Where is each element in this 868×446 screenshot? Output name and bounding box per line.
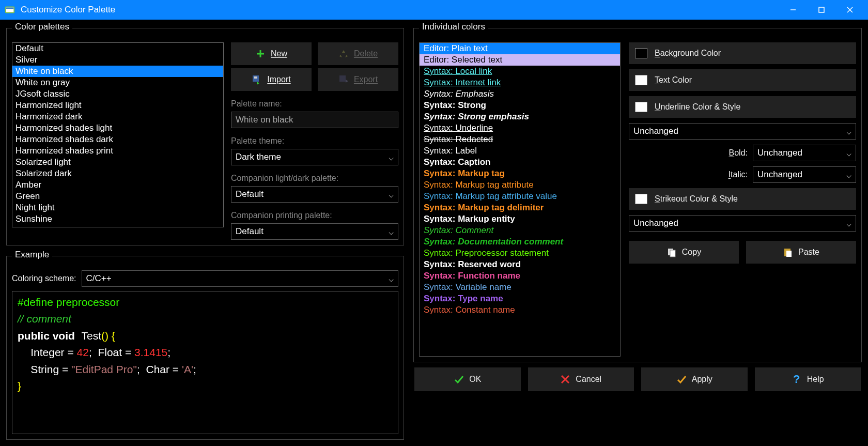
help-button[interactable]: ? Help — [755, 367, 861, 391]
palette-item[interactable]: Harmonized shades light — [12, 122, 223, 134]
palette-item[interactable]: Solarized dark — [12, 168, 223, 179]
color-item[interactable]: Syntax: Markup entity — [420, 213, 620, 225]
palette-item[interactable]: Harmonized shades print — [12, 145, 223, 157]
x-icon — [560, 374, 570, 385]
close-button[interactable] — [835, 0, 864, 20]
palette-name-input[interactable] — [231, 112, 398, 128]
underline-label: Underline Color & Style — [655, 102, 740, 112]
color-item[interactable]: Editor: Selected text — [420, 54, 620, 66]
bg-label: Background Color — [655, 49, 721, 58]
palette-item[interactable]: Harmonized light — [12, 100, 223, 111]
palette-item[interactable]: Amber — [12, 179, 223, 191]
color-item[interactable]: Syntax: Documentation comment — [420, 236, 620, 248]
minimize-button[interactable] — [779, 0, 807, 20]
palette-theme-label: Palette theme: — [231, 136, 398, 146]
color-item[interactable]: Syntax: Markup tag attribute value — [420, 191, 620, 202]
delete-label: Delete — [354, 49, 378, 58]
palette-item[interactable]: Silver — [12, 54, 223, 66]
companion-palette-select[interactable]: Default⌵ — [231, 186, 398, 203]
window-title: Customize Color Palette — [21, 5, 779, 15]
color-item[interactable]: Syntax: Variable name — [420, 282, 620, 293]
underline-color-button[interactable]: Underline Color & Style — [629, 96, 856, 118]
coloring-scheme-label: Coloring scheme: — [12, 274, 76, 283]
color-item[interactable]: Syntax: Markup tag — [420, 168, 620, 179]
color-item[interactable]: Syntax: Strong emphasis — [420, 111, 620, 122]
example-legend: Example — [12, 250, 52, 260]
recycle-icon — [338, 49, 349, 59]
color-item[interactable]: Syntax: Function name — [420, 270, 620, 282]
palette-theme-select[interactable]: Dark theme⌵ — [231, 149, 398, 165]
color-item[interactable]: Syntax: Caption — [420, 157, 620, 168]
color-item[interactable]: Syntax: Label — [420, 145, 620, 157]
chevron-down-icon: ⌵ — [846, 148, 851, 159]
chevron-down-icon: ⌵ — [846, 126, 851, 137]
bold-select[interactable]: Unchanged⌵ — [753, 145, 856, 161]
italic-select[interactable]: Unchanged⌵ — [753, 166, 856, 183]
check-icon — [676, 374, 687, 385]
apply-label: Apply — [692, 375, 712, 384]
printing-palette-select[interactable]: Default⌵ — [231, 223, 398, 240]
palette-item[interactable]: Night light — [12, 202, 223, 213]
color-item[interactable]: Syntax: Emphasis — [420, 88, 620, 100]
cancel-label: Cancel — [576, 375, 601, 384]
new-label: New — [271, 49, 287, 58]
ok-button[interactable]: OK — [414, 367, 521, 391]
color-item[interactable]: Syntax: Internet link — [420, 77, 620, 88]
help-label: Help — [807, 375, 824, 384]
maximize-button[interactable] — [807, 0, 835, 20]
palette-item[interactable]: Green — [12, 191, 223, 202]
color-item[interactable]: Syntax: Type name — [420, 293, 620, 304]
color-item[interactable]: Syntax: Preprocessor statement — [420, 248, 620, 259]
chevron-down-icon: ⌵ — [846, 170, 851, 180]
app-icon — [4, 4, 16, 16]
example-group: Example Coloring scheme: C/C++⌵ #define … — [6, 251, 404, 440]
bold-label: Bold: — [729, 148, 748, 158]
underline-style-select[interactable]: Unchanged⌵ — [629, 123, 856, 140]
apply-button[interactable]: Apply — [641, 367, 748, 391]
import-icon — [252, 74, 262, 85]
color-list[interactable]: Editor: Plain textEditor: Selected textS… — [419, 42, 621, 357]
svg-rect-2 — [6, 7, 14, 9]
color-item[interactable]: Syntax: Strong — [420, 100, 620, 111]
dialog-buttons: OK Cancel Apply ? Help — [413, 367, 862, 391]
palette-item[interactable]: JGsoft classic — [12, 88, 223, 100]
export-label: Export — [354, 75, 378, 84]
strikeout-color-button[interactable]: Strikeout Color & Style — [629, 188, 856, 210]
chevron-down-icon: ⌵ — [389, 226, 394, 237]
import-label: Import — [267, 75, 290, 84]
background-color-button[interactable]: Background Color — [629, 42, 856, 64]
color-item[interactable]: Syntax: Markup tag attribute — [420, 179, 620, 191]
copy-button[interactable]: Copy — [629, 241, 739, 264]
underline-swatch — [635, 102, 647, 112]
color-item[interactable]: Syntax: Reserved word — [420, 259, 620, 270]
palette-item[interactable]: Harmonized shades dark — [12, 134, 223, 145]
color-item[interactable]: Editor: Plain text — [420, 43, 620, 54]
svg-rect-10 — [254, 76, 257, 79]
copy-label: Copy — [682, 248, 701, 257]
palette-item[interactable]: Harmonized dark — [12, 111, 223, 122]
coloring-scheme-select[interactable]: C/C++⌵ — [82, 270, 399, 287]
palette-item[interactable]: White on black — [12, 66, 223, 77]
palette-item[interactable]: Solarized light — [12, 157, 223, 168]
color-item[interactable]: Syntax: Redacted — [420, 134, 620, 145]
palette-listbox[interactable]: DefaultSilverWhite on blackWhite on gray… — [12, 42, 224, 227]
color-item[interactable]: Syntax: Underline — [420, 122, 620, 134]
color-item[interactable]: Syntax: Comment — [420, 225, 620, 236]
cancel-button[interactable]: Cancel — [528, 367, 634, 391]
color-item[interactable]: Syntax: Local link — [420, 66, 620, 77]
text-color-button[interactable]: Text Color — [629, 69, 856, 91]
new-button[interactable]: New — [231, 42, 312, 65]
export-button: Export — [318, 68, 398, 91]
palette-item[interactable]: Log cabin — [12, 225, 223, 227]
printing-palette-label: Companion printing palette: — [231, 211, 398, 220]
palette-item[interactable]: White on gray — [12, 77, 223, 88]
color-item[interactable]: Syntax: Markup tag delimiter — [420, 202, 620, 213]
strikeout-style-select[interactable]: Unchanged⌵ — [629, 215, 856, 232]
palette-item[interactable]: Default — [12, 43, 223, 54]
paste-button[interactable]: Paste — [746, 241, 856, 264]
chevron-down-icon: ⌵ — [389, 152, 394, 163]
import-button[interactable]: Import — [231, 68, 312, 91]
palette-item[interactable]: Sunshine — [12, 213, 223, 225]
individual-colors-group: Individual colors Editor: Plain textEdit… — [413, 23, 862, 362]
color-item[interactable]: Syntax: Constant name — [420, 304, 620, 316]
